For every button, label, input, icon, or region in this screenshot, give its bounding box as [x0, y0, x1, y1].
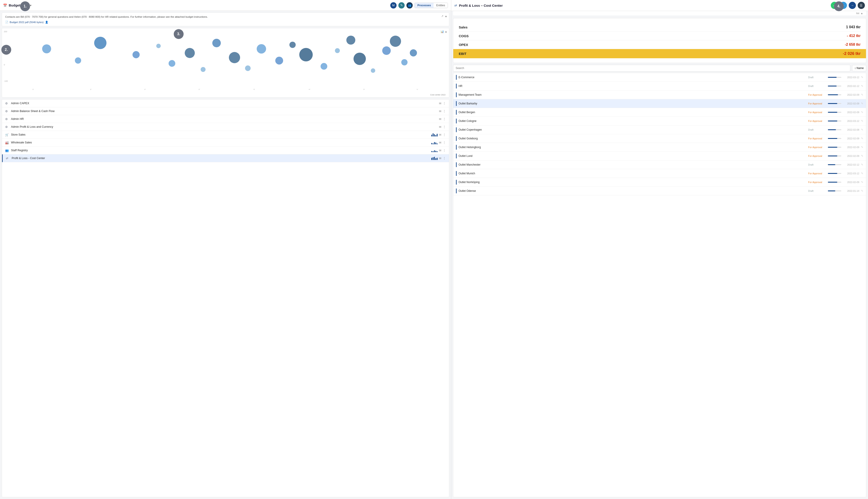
kpi-section: Sales1 043 tkrCOGS- 412 tkrOPEX-2 658 tk…	[453, 18, 866, 63]
process-email-icon[interactable]: ✉	[439, 157, 442, 160]
entity-item[interactable]: Management TeamFor Approval2022-02-09✎	[453, 90, 866, 99]
right-header: ⇄ Profit & Loss – Cost Center ✓ ← → ☰	[451, 0, 868, 11]
entity-item[interactable]: Outlet ManchesterDraft2022-02-12✎	[453, 160, 866, 169]
chart-bubble	[390, 36, 401, 47]
process-item[interactable]: ⚙Admin CAPEX✉⋮	[2, 99, 449, 107]
process-item[interactable]: 👥Staff Registry✉⋮	[2, 147, 449, 154]
sort-button[interactable]: ↕ Name	[852, 65, 866, 71]
entity-edit-icon[interactable]: ✎	[861, 189, 863, 193]
forward-action-button[interactable]: →	[849, 2, 856, 9]
chart-bubble	[94, 37, 107, 49]
pagination-collapse[interactable]: ▲	[860, 12, 863, 14]
entity-item[interactable]: Outlet LundFor Approval2022-02-09✎	[453, 152, 866, 160]
process-item[interactable]: 🏭Wholesale Sales✉⋮	[2, 139, 449, 147]
entity-edit-icon[interactable]: ✎	[861, 76, 863, 79]
kpi-row: EBIT-2 026 tkr	[453, 49, 866, 58]
process-more-icon[interactable]: ⋮	[443, 156, 446, 160]
chart-bubble	[201, 67, 206, 72]
process-more-icon[interactable]: ⋮	[443, 109, 446, 113]
tab-entities[interactable]: Entities	[434, 3, 448, 8]
process-item[interactable]: ⚙Admin Balance Sheet & Cash Flow✉⋮	[2, 107, 449, 115]
process-more-icon[interactable]: ⋮	[443, 141, 446, 144]
entity-item[interactable]: Outlet MunichFor Approval2022-03-12✎	[453, 169, 866, 178]
process-more-icon[interactable]: ⋮	[443, 101, 446, 105]
entity-edit-icon[interactable]: ✎	[861, 137, 863, 140]
entity-status: For Approval	[808, 102, 826, 105]
process-email-icon[interactable]: ✉	[439, 102, 442, 105]
progress-bar-fill	[828, 86, 836, 86]
entity-progress	[828, 173, 841, 174]
entity-edit-icon[interactable]: ✎	[861, 111, 863, 114]
dropdown-arrow[interactable]: ▾	[30, 4, 32, 7]
kpi-value: -2 658 tkr	[845, 42, 860, 47]
info-collapse-icon[interactable]: ▲	[445, 14, 447, 18]
mini-bar	[437, 134, 437, 136]
entity-edit-icon[interactable]: ✎	[861, 163, 863, 166]
entity-item[interactable]: Outlet HelsingborgFor Approval2022-02-09…	[453, 143, 866, 152]
entity-progress	[828, 164, 841, 165]
entity-item[interactable]: Outlet BarkarbyFor Approval2022-02-09✎	[453, 99, 866, 108]
process-item[interactable]: ⚙Admin Profit & Loss and Currency✉⋮	[2, 123, 449, 131]
entity-progress	[828, 77, 841, 78]
entity-edit-icon[interactable]: ✎	[861, 146, 863, 149]
entity-edit-icon[interactable]: ✎	[861, 84, 863, 88]
entity-date: 2022-02-09	[843, 146, 859, 148]
process-item[interactable]: ⇄Profit & Loss - Cost Center✉⋮	[2, 154, 449, 162]
entity-edit-icon[interactable]: ✎	[861, 93, 863, 96]
entity-item[interactable]: Outlet BergenFor Approval2022-02-09✎	[453, 108, 866, 117]
mini-bar	[434, 150, 435, 152]
entity-item[interactable]: Outlet GoteborgFor Approval2022-02-09✎	[453, 134, 866, 143]
chart-section: 📊 ▲ 200 100 0 -100 Admin CAPEX Admin BS …	[2, 28, 449, 97]
entity-edit-icon[interactable]: ✎	[861, 119, 863, 123]
process-more-icon[interactable]: ⋮	[443, 133, 446, 136]
process-email-icon[interactable]: ✉	[439, 118, 442, 121]
tab-processes[interactable]: Processes	[415, 3, 434, 8]
file-name: Budget 2022.pdf (5546 bytes)	[10, 21, 44, 24]
search-input[interactable]	[453, 65, 850, 72]
share-icon[interactable]: 👤	[45, 21, 48, 24]
process-item[interactable]: 🛒Store Sales✉⋮	[2, 131, 449, 139]
info-expand-icon[interactable]: ↗	[441, 14, 443, 18]
process-item[interactable]: ⚙Admin HR✉⋮	[2, 115, 449, 123]
menu-action-button[interactable]: ☰	[858, 2, 865, 9]
process-email-icon[interactable]: ✉	[439, 141, 442, 144]
progress-bar-container	[828, 121, 841, 121]
process-email-icon[interactable]: ✉	[439, 125, 442, 129]
edit-button[interactable]: ✎	[398, 2, 405, 9]
entity-item[interactable]: HRDraft2022-02-12✎	[453, 82, 866, 90]
entity-status: Draft	[808, 76, 826, 78]
entity-edit-icon[interactable]: ✎	[861, 181, 863, 184]
entity-item[interactable]: Outlet OdenseDraft2022-01-14✎	[453, 187, 866, 195]
entity-date: 2022-02-08	[843, 129, 859, 131]
entity-item[interactable]: Outlet CopenhagenDraft2022-02-08✎	[453, 125, 866, 134]
entity-left-bar	[456, 162, 457, 167]
mini-bar	[437, 143, 437, 144]
entity-edit-icon[interactable]: ✎	[861, 172, 863, 175]
process-more-icon[interactable]: ⋮	[443, 148, 446, 152]
process-more-icon[interactable]: ⋮	[443, 125, 446, 129]
process-email-icon[interactable]: ✉	[439, 133, 442, 136]
entity-name: Outlet Odense	[458, 189, 806, 193]
entity-item[interactable]: E-CommerceDraft2022-03-12✎	[453, 73, 866, 82]
kpi-label: EBIT	[459, 52, 466, 56]
mini-bar	[435, 158, 436, 160]
entity-edit-icon[interactable]: ✎	[861, 154, 863, 158]
entity-item[interactable]: Outlet CologneFor Approval2022-03-12✎	[453, 117, 866, 125]
process-email-icon[interactable]: ✉	[439, 149, 442, 152]
entity-item[interactable]: Outlet NorrköpingFor Approval2022-02-09✎	[453, 178, 866, 187]
process-more-icon[interactable]: ⋮	[443, 117, 446, 121]
progress-bar-container	[828, 129, 841, 130]
file-link[interactable]: 📄 Budget 2022.pdf (5546 bytes) 👤	[5, 21, 446, 24]
users-button[interactable]: 👥	[407, 2, 413, 9]
mini-bar	[433, 151, 434, 152]
entity-edit-icon[interactable]: ✎	[861, 102, 863, 105]
entity-left-bar	[456, 110, 457, 115]
entity-status: Draft	[808, 129, 826, 131]
process-email-icon[interactable]: ✉	[439, 110, 442, 113]
chart-bubble	[289, 42, 296, 48]
entity-status: For Approval	[808, 111, 826, 113]
entity-status: For Approval	[808, 146, 826, 148]
entity-edit-icon[interactable]: ✎	[861, 128, 863, 131]
m-button[interactable]: M	[390, 2, 397, 9]
process-icon: ⚙	[5, 102, 9, 105]
